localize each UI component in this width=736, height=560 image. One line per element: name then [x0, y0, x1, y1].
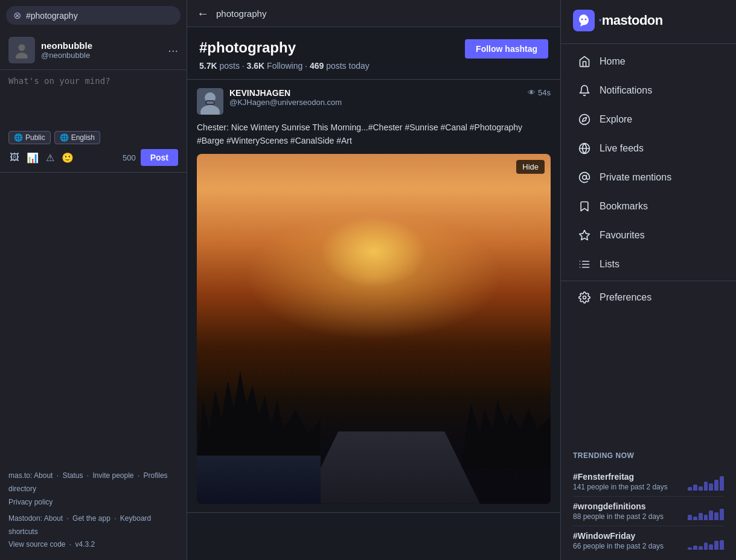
compass-icon	[578, 113, 591, 126]
language-selector[interactable]: 🌐 English	[54, 131, 100, 144]
bar	[699, 486, 703, 491]
more-options-icon[interactable]: ···	[168, 43, 178, 57]
hashtag-stats: 5.7K posts · 3.6K Following · 469 posts …	[199, 61, 370, 71]
bar	[720, 540, 724, 550]
star-icon	[578, 229, 591, 242]
bar	[720, 509, 724, 521]
bar	[693, 517, 697, 520]
nav-item-explore[interactable]: Explore	[566, 106, 731, 133]
user-panel: neonbubble @neonbubble ···	[0, 31, 187, 70]
following-label: Following	[267, 61, 302, 71]
nav-item-bookmarks[interactable]: Bookmarks	[566, 192, 731, 220]
nav-item-private-mentions[interactable]: Private mentions	[566, 164, 731, 191]
nav-label-lists: Lists	[600, 259, 619, 270]
poll-icon[interactable]: 📊	[25, 151, 40, 165]
mastodon-logo-icon	[573, 10, 595, 31]
main-nav: Home Notifications Explore Live feeds Pr	[561, 46, 736, 313]
main-content: ← photography #photography 5.7K posts · …	[187, 0, 561, 560]
today-count: 469	[310, 61, 324, 71]
bar	[720, 476, 724, 491]
hashtag-info: #photography 5.7K posts · 3.6K Following…	[199, 39, 370, 71]
hashtag-title: #photography	[199, 39, 370, 56]
close-icon[interactable]: ⊗	[13, 10, 21, 21]
emoji-icon[interactable]: 🙂	[60, 151, 75, 165]
trending-tag-0: #Fensterfreitag	[573, 472, 668, 482]
mastodon-logo: ·mastodon	[561, 0, 736, 41]
nav-item-live-feeds[interactable]: Live feeds	[566, 135, 731, 162]
svg-point-1	[18, 44, 25, 51]
post-button[interactable]: Post	[141, 149, 178, 166]
svg-point-9	[581, 19, 583, 21]
footer-about-link[interactable]: About	[34, 471, 53, 480]
today-label: posts today	[326, 61, 370, 71]
nav-item-preferences[interactable]: Preferences	[566, 284, 731, 311]
right-sidebar: ·mastodon Home Notifications Explore	[561, 0, 736, 560]
globe-icon	[578, 142, 591, 155]
nav-label-favourites: Favourites	[600, 230, 645, 241]
bar	[704, 542, 708, 550]
main-header: ← photography	[187, 0, 560, 27]
footer-links-row3: Mastodon: About · Get the app · Keyboard…	[8, 512, 178, 538]
visibility-selector[interactable]: 🌐 Public	[8, 131, 51, 144]
compose-actions: 🖼 📊 ⚠ 🙂 500 Post	[8, 149, 178, 166]
compose-toolbar: 🌐 Public 🌐 English	[8, 131, 178, 144]
post-image-wrap: Hide	[197, 154, 551, 504]
footer-app-link[interactable]: Get the app	[72, 514, 110, 523]
footer-source-link[interactable]: View source code	[8, 540, 66, 549]
time-value: 54s	[538, 88, 551, 97]
follow-hashtag-button[interactable]: Follow hashtag	[465, 39, 548, 59]
nav-item-favourites[interactable]: Favourites	[566, 221, 731, 249]
trending-info-0: #Fensterfreitag 141 people in the past 2…	[573, 472, 668, 491]
trending-item-1[interactable]: #wrongdefinitions 88 people in the past …	[573, 497, 724, 526]
trending-count-1: 88 people in the past 2 days	[573, 512, 664, 521]
left-footer: mas.to: About · Status · Invite people ·…	[0, 461, 187, 560]
nav-label-home: Home	[600, 56, 626, 67]
post-author-name: KEVINJHAGEN	[229, 88, 522, 98]
posts-label: posts	[219, 61, 239, 71]
footer-status-link[interactable]: Status	[62, 471, 83, 480]
trending-item-2[interactable]: #WindowFriday 66 people in the past 2 da…	[573, 526, 724, 555]
home-icon	[578, 55, 591, 68]
trending-tag-2: #WindowFriday	[573, 531, 664, 541]
bar	[699, 546, 703, 550]
nav-item-notifications[interactable]: Notifications	[566, 77, 731, 104]
footer-about2-link[interactable]: About	[44, 514, 63, 523]
bar	[714, 480, 718, 491]
trending-tag-1: #wrongdefinitions	[573, 501, 664, 511]
footer-invite-link[interactable]: Invite people	[92, 471, 133, 480]
svg-point-15	[583, 176, 587, 180]
nav-divider-mid	[561, 281, 736, 281]
avatar-image	[13, 42, 30, 59]
post-item: KEVINJHAGEN @KJHagen@universeodon.com 👁 …	[187, 80, 560, 513]
nav-item-home[interactable]: Home	[566, 48, 731, 75]
at-icon	[578, 171, 591, 184]
nav-label-explore: Explore	[600, 114, 632, 125]
post-avatar-image	[197, 88, 223, 115]
trending-count-0: 141 people in the past 2 days	[573, 483, 668, 491]
nav-item-lists[interactable]: Lists	[566, 250, 731, 278]
svg-marker-16	[580, 231, 590, 240]
trending-item-0[interactable]: #Fensterfreitag 141 people in the past 2…	[573, 467, 724, 497]
avatar[interactable]	[8, 37, 35, 63]
trending-count-2: 66 people in the past 2 days	[573, 542, 664, 550]
post-avatar[interactable]	[197, 88, 223, 115]
logo-word: mastodon	[602, 13, 663, 28]
post-image	[197, 154, 551, 504]
bar	[709, 483, 713, 491]
nav-divider-top	[561, 43, 736, 44]
image-attach-icon[interactable]: 🖼	[8, 151, 21, 164]
compose-input[interactable]	[8, 76, 178, 124]
bar	[704, 515, 708, 520]
back-button[interactable]: ←	[197, 7, 209, 19]
hide-button[interactable]: Hide	[516, 160, 545, 174]
warning-icon[interactable]: ⚠	[45, 151, 56, 165]
nav-label-private-mentions: Private mentions	[600, 172, 671, 183]
bar	[688, 487, 692, 491]
footer-privacy-link[interactable]: Privacy policy	[8, 498, 53, 506]
following-count: 3.6K	[247, 61, 265, 71]
search-bar[interactable]: ⊗ #photography	[6, 6, 181, 25]
trending-chart-2	[688, 532, 724, 550]
sep6: ·	[69, 540, 71, 549]
mastodon-label: Mastodon	[8, 514, 40, 523]
trending-section: TRENDING NOW #Fensterfreitag 141 people …	[561, 442, 736, 560]
